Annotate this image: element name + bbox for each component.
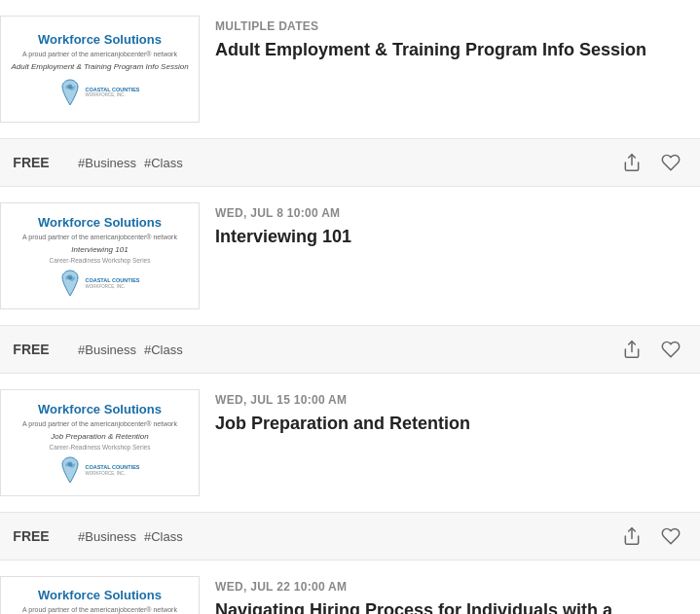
event-block-4: Workforce Solutions A proud partner of t…: [0, 560, 700, 614]
event-thumbnail-3[interactable]: Workforce Solutions A proud partner of t…: [0, 389, 200, 496]
thumb-session-1: Adult Employment & Training Program Info…: [11, 62, 188, 72]
event-thumbnail-4[interactable]: Workforce Solutions A proud partner of t…: [0, 576, 200, 614]
event-title-3[interactable]: Job Preparation and Retention: [215, 413, 684, 435]
thumb-org-name-2: COASTAL COUNTIES: [85, 277, 139, 284]
event-info-1: MULTIPLE DATES Adult Employment & Traini…: [215, 16, 684, 61]
share-button-2[interactable]: [618, 336, 645, 363]
event-main-4: Workforce Solutions A proud partner of t…: [0, 560, 700, 614]
thumb-org-sub-2: WORKFORCE, INC.: [85, 284, 139, 289]
event-tag-1-1[interactable]: #Business: [78, 156, 136, 170]
event-info-3: WED, JUL 15 10:00 AM Job Preparation and…: [215, 389, 684, 435]
event-tag-3-1[interactable]: #Business: [78, 529, 136, 544]
event-tag-1-2[interactable]: #Class: [144, 156, 183, 170]
favorite-button-1[interactable]: [657, 149, 684, 176]
thumb-workshop-2: Career-Readiness Workshop Series: [50, 257, 151, 264]
event-footer-3: FREE #Business#Class: [0, 512, 700, 560]
thumb-logo-1: COASTAL COUNTIES WORKFORCE, INC.: [59, 79, 139, 106]
event-title-4[interactable]: Navigating Hiring Process for Individual…: [215, 599, 684, 614]
thumb-title-2: Workforce Solutions: [38, 215, 162, 231]
thumb-logo-3: COASTAL COUNTIES WORKFORCE, INC.: [59, 456, 139, 484]
event-actions-1: [618, 149, 684, 176]
thumb-subtitle-2: A proud partner of the americanjobcenter…: [22, 233, 177, 241]
event-price-2: FREE: [0, 342, 78, 357]
thumb-org-sub-3: WORKFORCE, INC.: [85, 471, 139, 476]
share-icon-1: [622, 153, 642, 172]
thumb-title-3: Workforce Solutions: [38, 402, 162, 417]
event-tags-2: #Business#Class: [78, 343, 618, 357]
event-date-3: WED, JUL 15 10:00 AM: [215, 393, 684, 407]
thumb-subtitle-4: A proud partner of the americanjobcenter…: [22, 605, 177, 614]
thumb-subtitle-3: A proud partner of the americanjobcenter…: [22, 419, 177, 428]
thumb-org-sub-1: WORKFORCE, INC.: [85, 92, 139, 97]
event-info-4: WED, JUL 22 10:00 AM Navigating Hiring P…: [215, 576, 684, 614]
svg-point-0: [68, 84, 73, 89]
share-icon-3: [622, 526, 642, 546]
event-tag-3-2[interactable]: #Class: [144, 529, 183, 544]
thumb-title-4: Workforce Solutions: [38, 588, 162, 603]
event-main-3: Workforce Solutions A proud partner of t…: [0, 374, 700, 512]
thumb-org-name-3: COASTAL COUNTIES: [85, 464, 139, 471]
thumb-title-1: Workforce Solutions: [38, 32, 162, 48]
event-price-3: FREE: [0, 528, 78, 544]
event-tags-1: #Business#Class: [78, 156, 618, 170]
share-button-3[interactable]: [618, 523, 645, 550]
share-icon-2: [622, 340, 642, 359]
event-block-2: Workforce Solutions A proud partner of t…: [0, 187, 700, 374]
thumb-session-2: Interviewing 101: [71, 245, 128, 255]
event-title-1[interactable]: Adult Employment & Training Program Info…: [215, 39, 684, 61]
heart-icon-3: [661, 526, 681, 546]
thumb-workshop-3: Career-Readiness Workshop Series: [50, 444, 151, 451]
event-actions-3: [618, 523, 684, 550]
heart-icon-2: [661, 340, 681, 359]
svg-point-2: [68, 275, 73, 280]
event-block-3: Workforce Solutions A proud partner of t…: [0, 374, 700, 560]
event-main-2: Workforce Solutions A proud partner of t…: [0, 187, 700, 325]
event-tags-3: #Business#Class: [78, 529, 618, 544]
event-thumbnail-1[interactable]: Workforce Solutions A proud partner of t…: [0, 16, 200, 123]
event-date-4: WED, JUL 22 10:00 AM: [215, 580, 684, 594]
event-footer-2: FREE #Business#Class: [0, 325, 700, 373]
heart-icon-1: [661, 153, 681, 172]
thumb-logo-2: COASTAL COUNTIES WORKFORCE, INC.: [59, 270, 139, 297]
event-date-2: WED, JUL 8 10:00 AM: [215, 206, 684, 220]
favorite-button-2[interactable]: [657, 336, 684, 363]
event-footer-1: FREE #Business#Class: [0, 138, 700, 186]
share-button-1[interactable]: [618, 149, 645, 176]
thumb-subtitle-1: A proud partner of the americanjobcenter…: [22, 50, 177, 58]
favorite-button-3[interactable]: [657, 523, 684, 550]
events-list: Workforce Solutions A proud partner of t…: [0, 0, 700, 614]
thumb-org-name-1: COASTAL COUNTIES: [85, 87, 139, 93]
event-thumbnail-2[interactable]: Workforce Solutions A proud partner of t…: [0, 202, 200, 309]
svg-point-4: [68, 462, 73, 467]
event-info-2: WED, JUL 8 10:00 AM Interviewing 101: [215, 202, 684, 248]
thumb-session-3: Job Preparation & Retention: [51, 432, 149, 442]
event-date-1: MULTIPLE DATES: [215, 19, 684, 33]
event-price-1: FREE: [0, 155, 78, 170]
event-tag-2-1[interactable]: #Business: [78, 343, 136, 357]
event-tag-2-2[interactable]: #Class: [144, 343, 183, 357]
event-main-1: Workforce Solutions A proud partner of t…: [0, 0, 700, 138]
event-block-1: Workforce Solutions A proud partner of t…: [0, 0, 700, 187]
event-actions-2: [618, 336, 684, 363]
event-title-2[interactable]: Interviewing 101: [215, 226, 684, 248]
